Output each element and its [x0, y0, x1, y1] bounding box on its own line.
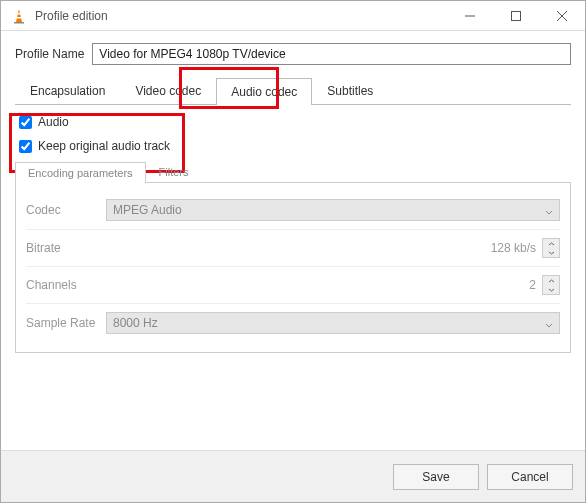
channels-spin-buttons[interactable] — [542, 275, 560, 295]
codec-label: Codec — [26, 203, 106, 217]
channels-label: Channels — [26, 278, 106, 292]
tab-video-codec[interactable]: Video codec — [120, 77, 216, 104]
content-area: Profile Name Encapsulation Video codec A… — [1, 31, 585, 365]
subtab-encoding-parameters[interactable]: Encoding parameters — [15, 162, 146, 183]
bitrate-value: 128 kb/s — [491, 241, 536, 255]
subtab-filters[interactable]: Filters — [146, 161, 202, 182]
chevron-up-icon[interactable] — [543, 276, 559, 285]
svg-rect-3 — [14, 22, 24, 24]
bitrate-spin-buttons[interactable] — [542, 238, 560, 258]
tab-audio-codec[interactable]: Audio codec — [216, 78, 312, 105]
channels-spinner[interactable]: 2 — [106, 275, 560, 295]
chevron-down-icon[interactable] — [543, 285, 559, 294]
dialog-footer: Save Cancel — [1, 450, 585, 502]
codec-value: MPEG Audio — [113, 203, 182, 217]
audio-checkbox[interactable] — [19, 116, 32, 129]
bitrate-label: Bitrate — [26, 241, 106, 255]
svg-rect-1 — [17, 13, 21, 15]
chevron-up-icon[interactable] — [543, 239, 559, 248]
audio-checkbox-row: Audio — [19, 115, 567, 129]
save-button[interactable]: Save — [393, 464, 479, 490]
channels-value: 2 — [529, 278, 536, 292]
svg-rect-5 — [512, 11, 521, 20]
chevron-down-icon — [545, 206, 553, 214]
tab-subtitles[interactable]: Subtitles — [312, 77, 388, 104]
profile-name-input[interactable] — [92, 43, 571, 65]
bitrate-row: Bitrate 128 kb/s — [26, 230, 560, 267]
profile-name-row: Profile Name — [15, 43, 571, 65]
titlebar: Profile edition — [1, 1, 585, 31]
vlc-cone-icon — [11, 8, 27, 24]
chevron-down-icon[interactable] — [543, 248, 559, 257]
channels-row: Channels 2 — [26, 267, 560, 304]
samplerate-select[interactable]: 8000 Hz — [106, 312, 560, 334]
chevron-down-icon — [545, 319, 553, 327]
maximize-button[interactable] — [493, 1, 539, 31]
svg-marker-0 — [16, 9, 22, 22]
encoding-subtabs: Encoding parameters Filters — [15, 161, 571, 183]
profile-name-label: Profile Name — [15, 47, 84, 61]
codec-tabs: Encapsulation Video codec Audio codec Su… — [15, 77, 571, 105]
samplerate-row: Sample Rate 8000 Hz — [26, 304, 560, 342]
close-button[interactable] — [539, 1, 585, 31]
keep-original-checkbox-label: Keep original audio track — [38, 139, 170, 153]
tab-encapsulation[interactable]: Encapsulation — [15, 77, 120, 104]
keep-original-checkbox-row: Keep original audio track — [19, 139, 567, 153]
bitrate-spinner[interactable]: 128 kb/s — [106, 238, 560, 258]
audio-checkbox-label: Audio — [38, 115, 69, 129]
samplerate-value: 8000 Hz — [113, 316, 158, 330]
samplerate-label: Sample Rate — [26, 316, 106, 330]
minimize-button[interactable] — [447, 1, 493, 31]
keep-original-checkbox[interactable] — [19, 140, 32, 153]
window-title: Profile edition — [35, 9, 108, 23]
encoding-parameters-panel: Codec MPEG Audio Bitrate 128 kb/s — [15, 183, 571, 353]
svg-rect-2 — [17, 17, 22, 19]
codec-select[interactable]: MPEG Audio — [106, 199, 560, 221]
codec-row: Codec MPEG Audio — [26, 191, 560, 230]
cancel-button[interactable]: Cancel — [487, 464, 573, 490]
